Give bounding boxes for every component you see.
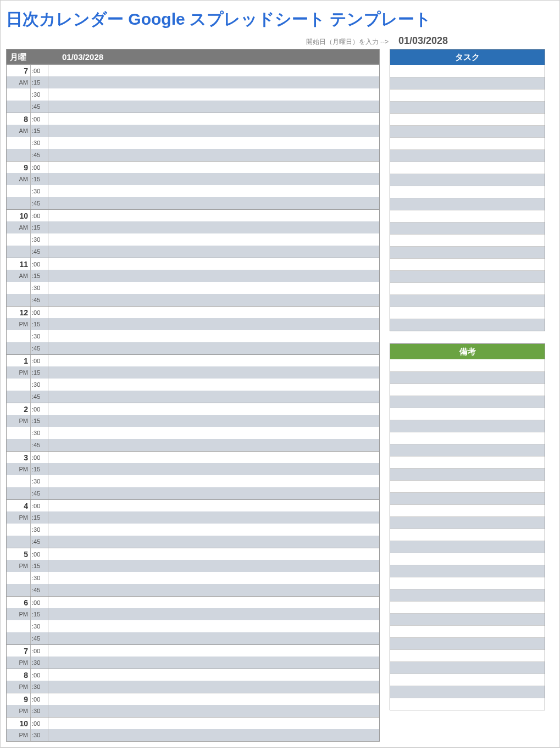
note-row[interactable] <box>390 480 545 492</box>
task-row[interactable] <box>390 319 545 331</box>
task-row[interactable] <box>390 125 545 137</box>
schedule-row[interactable]: :45 <box>7 101 379 113</box>
task-row[interactable] <box>390 162 545 174</box>
schedule-row[interactable]: 7:00 <box>7 644 379 657</box>
schedule-cell[interactable] <box>48 221 379 233</box>
schedule-cell[interactable] <box>48 137 379 149</box>
note-row[interactable] <box>390 516 545 529</box>
task-row[interactable] <box>390 113 545 125</box>
schedule-cell[interactable] <box>48 282 379 294</box>
schedule-row[interactable]: :30 <box>7 620 379 632</box>
schedule-row[interactable]: :45 <box>7 294 379 306</box>
schedule-cell[interactable] <box>48 524 379 536</box>
schedule-row[interactable]: :45 <box>7 342 379 354</box>
schedule-row[interactable]: 2:00 <box>7 403 379 415</box>
schedule-cell[interactable] <box>48 355 379 366</box>
note-row[interactable] <box>390 468 545 480</box>
note-row[interactable] <box>390 492 545 504</box>
schedule-row[interactable]: PM:15 <box>7 608 379 620</box>
schedule-cell[interactable] <box>48 391 379 403</box>
note-row[interactable] <box>390 444 545 456</box>
schedule-row[interactable]: PM:30 <box>7 729 379 741</box>
schedule-cell[interactable] <box>48 197 379 209</box>
schedule-row[interactable]: PM:30 <box>7 657 379 669</box>
schedule-row[interactable]: :30 <box>7 379 379 391</box>
note-row[interactable] <box>390 420 545 432</box>
schedule-cell[interactable] <box>48 511 379 524</box>
task-row[interactable] <box>390 222 545 234</box>
schedule-cell[interactable] <box>48 233 379 246</box>
schedule-cell[interactable] <box>48 452 379 463</box>
schedule-row[interactable]: PM:15 <box>7 511 379 524</box>
schedule-cell[interactable] <box>48 548 379 560</box>
schedule-cell[interactable] <box>48 669 379 681</box>
note-row[interactable] <box>390 553 545 565</box>
task-row[interactable] <box>390 77 545 89</box>
schedule-row[interactable]: PM:15 <box>7 415 379 427</box>
note-row[interactable] <box>390 613 545 625</box>
schedule-row[interactable]: :45 <box>7 246 379 258</box>
schedule-cell[interactable] <box>48 210 379 221</box>
schedule-row[interactable]: :30 <box>7 185 379 197</box>
schedule-cell[interactable] <box>48 584 379 596</box>
note-row[interactable] <box>390 637 545 649</box>
schedule-row[interactable]: :45 <box>7 439 379 451</box>
note-row[interactable] <box>390 529 545 541</box>
task-row[interactable] <box>390 149 545 162</box>
note-row[interactable] <box>390 408 545 420</box>
note-row[interactable] <box>390 649 545 661</box>
schedule-row[interactable]: AM:15 <box>7 173 379 185</box>
schedule-row[interactable]: :45 <box>7 149 379 161</box>
schedule-cell[interactable] <box>48 717 379 729</box>
note-row[interactable] <box>390 661 545 674</box>
note-row[interactable] <box>390 541 545 553</box>
schedule-cell[interactable] <box>48 463 379 475</box>
schedule-cell[interactable] <box>48 403 379 415</box>
schedule-cell[interactable] <box>48 185 379 197</box>
schedule-cell[interactable] <box>48 729 379 741</box>
schedule-row[interactable]: 5:00 <box>7 548 379 560</box>
note-row[interactable] <box>390 589 545 601</box>
note-row[interactable] <box>390 674 545 686</box>
schedule-row[interactable]: 9:00 <box>7 161 379 173</box>
schedule-cell[interactable] <box>48 342 379 354</box>
schedule-row[interactable]: 8:00 <box>7 669 379 681</box>
schedule-cell[interactable] <box>48 113 379 125</box>
task-row[interactable] <box>390 101 545 113</box>
schedule-cell[interactable] <box>48 379 379 391</box>
schedule-row[interactable]: 3:00 <box>7 451 379 463</box>
schedule-row[interactable]: 11:00 <box>7 258 379 270</box>
schedule-cell[interactable] <box>48 608 379 620</box>
schedule-cell[interactable] <box>48 258 379 270</box>
schedule-row[interactable]: 4:00 <box>7 499 379 511</box>
schedule-cell[interactable] <box>48 366 379 379</box>
task-row[interactable] <box>390 89 545 101</box>
schedule-cell[interactable] <box>48 657 379 669</box>
schedule-row[interactable]: :30 <box>7 137 379 149</box>
schedule-cell[interactable] <box>48 693 379 705</box>
task-row[interactable] <box>390 258 545 270</box>
note-row[interactable] <box>390 686 545 698</box>
schedule-cell[interactable] <box>48 149 379 161</box>
schedule-row[interactable]: PM:15 <box>7 463 379 475</box>
task-row[interactable] <box>390 137 545 149</box>
schedule-cell[interactable] <box>48 705 379 717</box>
schedule-row[interactable]: PM:15 <box>7 366 379 379</box>
schedule-cell[interactable] <box>48 65 379 76</box>
schedule-cell[interactable] <box>48 101 379 113</box>
note-row[interactable] <box>390 383 545 396</box>
schedule-cell[interactable] <box>48 500 379 511</box>
start-date-value[interactable]: 01/03/2028 <box>398 35 554 47</box>
schedule-row[interactable]: 10:00 <box>7 717 379 729</box>
schedule-row[interactable]: :30 <box>7 572 379 584</box>
schedule-cell[interactable] <box>48 560 379 572</box>
schedule-cell[interactable] <box>48 427 379 439</box>
task-row[interactable] <box>390 174 545 186</box>
note-row[interactable] <box>390 359 545 371</box>
schedule-row[interactable]: :45 <box>7 487 379 499</box>
schedule-cell[interactable] <box>48 597 379 608</box>
schedule-cell[interactable] <box>48 125 379 137</box>
schedule-row[interactable]: AM:15 <box>7 270 379 282</box>
schedule-cell[interactable] <box>48 681 379 693</box>
note-row[interactable] <box>390 565 545 577</box>
